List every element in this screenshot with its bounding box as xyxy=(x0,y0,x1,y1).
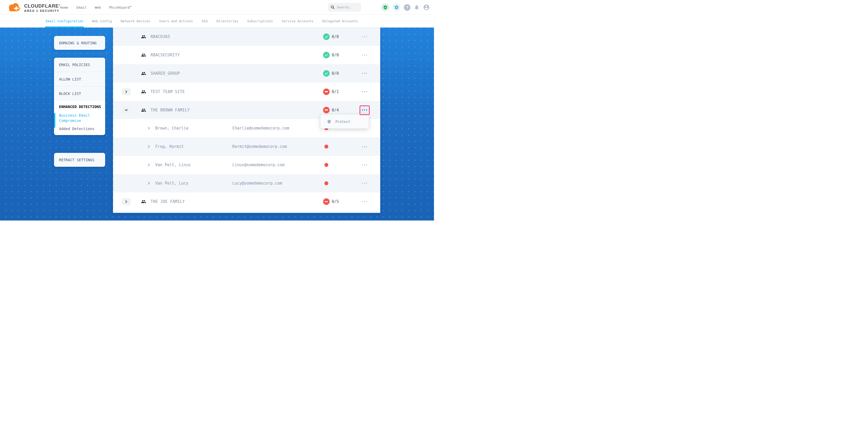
cloudflare-area1-logo[interactable]: CLOUDFLARE® AREA 1 SECURITY xyxy=(7,2,61,13)
group-row[interactable]: RBACO3650/0 xyxy=(113,28,380,46)
member-row[interactable]: Van Pelt, LinusLinus@somedemocorp.com xyxy=(113,156,380,174)
tab-directories[interactable]: Directories xyxy=(217,15,238,28)
group-icon xyxy=(141,71,146,76)
row-menu-button[interactable] xyxy=(360,106,369,115)
row-context-menu[interactable]: Protect xyxy=(320,115,369,128)
shield-icon xyxy=(327,120,331,124)
group-icon xyxy=(141,53,146,57)
sidebar-item-block-list[interactable]: BLOCK LIST xyxy=(54,87,105,101)
ellipsis-icon xyxy=(362,146,363,147)
tab-network-devices[interactable]: Network Devices xyxy=(121,15,150,28)
nav-item-web[interactable]: Web xyxy=(95,5,101,9)
row-menu-button[interactable] xyxy=(360,32,369,41)
protected-count: 0/1 xyxy=(332,89,339,94)
search-box[interactable] xyxy=(328,3,361,11)
sidebar-item-domains-routing[interactable]: DOMAINS & ROUTING xyxy=(54,36,105,50)
group-name: RBACSECURITY xyxy=(151,53,180,57)
help-icon[interactable]: ? xyxy=(404,4,410,11)
member-name: Van Pelt, Linus xyxy=(155,163,191,167)
cloudflare-cloud-icon xyxy=(7,2,22,13)
group-icon xyxy=(141,34,146,39)
nav-item-home[interactable]: Home xyxy=(60,5,68,9)
brand-subtitle: AREA 1 SECURITY xyxy=(24,9,61,12)
search-input[interactable] xyxy=(337,5,358,9)
ellipsis-icon xyxy=(362,73,363,74)
ellipsis-icon xyxy=(362,91,363,92)
row-menu-button[interactable] xyxy=(360,179,369,188)
group-name: RBACO365 xyxy=(151,34,170,39)
group-row[interactable]: TEST TEAM SITE0/1 xyxy=(113,83,380,101)
settings-gear-icon[interactable] xyxy=(393,3,400,11)
ellipsis-icon xyxy=(362,201,363,202)
ellipsis-icon xyxy=(362,55,363,56)
sidebar-item-added-detections[interactable]: Added Detections xyxy=(59,127,101,131)
tab-users-and-actions[interactable]: Users and Actions xyxy=(159,15,193,28)
member-name: Frog, Kermit xyxy=(155,144,184,149)
member-row[interactable]: Van Pelt, LucyLucy@somedemocorp.com xyxy=(113,174,380,192)
search-icon xyxy=(331,5,335,9)
top-navigation: HomeEmailWebPhishGuard™ xyxy=(60,0,132,15)
sidebar-item-retract-settings[interactable]: RETRACT SETTINGS xyxy=(54,153,105,167)
nav-item-email[interactable]: Email xyxy=(76,5,87,9)
group-row[interactable]: SHARED_GROUP0/0 xyxy=(113,64,380,83)
row-menu-button[interactable] xyxy=(360,69,369,78)
row-menu-button[interactable] xyxy=(360,197,369,206)
chevron-down-icon xyxy=(125,108,128,112)
account-icon[interactable] xyxy=(423,4,430,11)
member-name: Van Pelt, Lucy xyxy=(155,181,188,186)
member-row[interactable]: Frog, KermitKermit@somedemocorp.com xyxy=(113,137,380,156)
status-protected-icon xyxy=(323,70,330,76)
group-name: THE JOE FAMILY xyxy=(151,199,185,204)
member-email: Lucy@somedemocorp.com xyxy=(232,181,282,186)
shield-check-icon[interactable] xyxy=(381,3,389,11)
group-name: THE BROWN FAMILY xyxy=(151,108,190,113)
chevron-right-icon xyxy=(125,200,128,203)
member-email: Kermit@somedemocorp.com xyxy=(232,144,287,149)
nav-item-phishguard[interactable]: PhishGuard™ xyxy=(109,5,132,9)
active-item-indicator xyxy=(54,113,55,128)
row-menu-button[interactable] xyxy=(360,160,369,169)
row-menu-button[interactable] xyxy=(360,87,369,96)
member-chevron-icon xyxy=(147,145,150,148)
sidebar-item-allow-list[interactable]: ALLOW LIST xyxy=(54,72,105,86)
protected-count: 0/0 xyxy=(332,71,339,76)
protected-count: 0/5 xyxy=(332,199,339,204)
member-email: Charlie@somedemocorp.com xyxy=(232,126,289,131)
panel-footer-strip xyxy=(113,211,380,213)
expand-toggle-button[interactable] xyxy=(122,198,131,205)
group-icon xyxy=(141,89,146,94)
chevron-right-icon xyxy=(125,90,128,93)
tab-service-accounts[interactable]: Service Accounts xyxy=(282,15,313,28)
tab-email-configuration[interactable]: Email Configuration xyxy=(45,15,83,28)
sidebar-item-email-policies[interactable]: EMAIL POLICIES xyxy=(54,58,105,72)
expand-toggle-button[interactable] xyxy=(122,106,131,114)
page-background: DOMAINS & ROUTING EMAIL POLICIES ALLOW L… xyxy=(0,28,434,220)
notifications-bell-icon[interactable] xyxy=(414,4,420,10)
status-unprotected-dot xyxy=(324,145,328,149)
ellipsis-icon xyxy=(362,183,363,184)
status-protected-icon xyxy=(323,33,330,40)
ellipsis-icon xyxy=(362,164,363,166)
app-header: CLOUDFLARE® AREA 1 SECURITY HomeEmailWeb… xyxy=(0,0,434,15)
group-name: TEST TEAM SITE xyxy=(151,89,185,94)
group-icon xyxy=(141,107,146,113)
enhanced-detections-title: ENHANCED DETECTIONS xyxy=(59,104,101,109)
ellipsis-icon xyxy=(362,109,363,111)
group-name: SHARED_GROUP xyxy=(151,71,180,76)
row-menu-button[interactable] xyxy=(360,51,369,60)
status-unprotected-dot xyxy=(324,163,328,167)
tab-subscriptions[interactable]: Subscriptions xyxy=(247,15,273,28)
expand-toggle-button[interactable] xyxy=(122,88,131,95)
group-icon xyxy=(141,199,146,204)
member-email: Linus@somedemocorp.com xyxy=(232,163,284,167)
menu-item-protect[interactable]: Protect xyxy=(335,120,350,124)
sidebar-policies-card: EMAIL POLICIES ALLOW LIST BLOCK LIST ENH… xyxy=(54,58,105,135)
sidebar-item-business-email-compromise[interactable]: Business Email Compromise xyxy=(59,113,101,123)
brand-name: CLOUDFLARE® xyxy=(24,3,61,9)
row-menu-button[interactable] xyxy=(360,142,369,151)
tab-web-config[interactable]: Web Config xyxy=(92,15,112,28)
tab-delegated-accounts[interactable]: Delegated Accounts xyxy=(322,15,358,28)
group-row[interactable]: THE JOE FAMILY0/5 xyxy=(113,192,380,211)
tab-sso[interactable]: SSO xyxy=(202,15,208,28)
group-row[interactable]: RBACSECURITY0/0 xyxy=(113,46,380,64)
